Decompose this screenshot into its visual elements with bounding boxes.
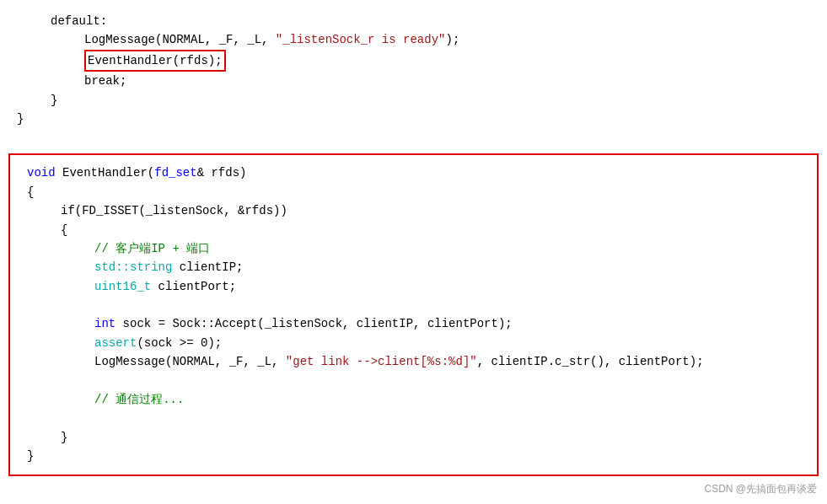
watermark: CSDN @先搞面包再谈爱 [704, 481, 817, 497]
code-text: break; [84, 72, 126, 90]
blank-line [27, 372, 800, 390]
code-text: { [61, 221, 67, 239]
code-line: assert(sock >= 0); [27, 334, 800, 352]
type-string: std::string [94, 258, 172, 276]
code-line: } [27, 428, 800, 447]
code-text: clientPort; [151, 277, 236, 296]
blank-line [27, 409, 800, 427]
code-text: if(FD_ISSET(_listenSock, &rfds)) [61, 201, 287, 220]
code-text: } [17, 110, 24, 128]
code-text: { [27, 183, 34, 201]
top-code-block: default: LogMessage(NORMAL, _F, _L, "_li… [0, 8, 827, 131]
code-text: & rfds) [197, 164, 247, 182]
blank-line [27, 296, 800, 314]
code-line: { [27, 183, 800, 201]
keyword-int: int [94, 314, 115, 333]
code-text: ); [445, 30, 459, 49]
code-text: } [27, 447, 34, 465]
code-text: } [61, 428, 67, 447]
string-literal: "_listenSock_r is ready" [276, 30, 446, 49]
keyword-void: void [27, 164, 56, 182]
fn-assert: assert [94, 334, 137, 352]
code-text: sock = Sock::Accept(_listenSock, clientI… [115, 314, 512, 333]
code-text: EventHandler(rfds); [88, 54, 223, 67]
string-literal: "get link -->client[%s:%d]" [286, 352, 477, 371]
code-line: int sock = Sock::Accept(_listenSock, cli… [27, 314, 800, 333]
function-signature: void EventHandler(fd_set& rfds) [27, 164, 800, 182]
code-text: } [51, 91, 57, 110]
keyword-fdset: fd_set [154, 164, 196, 182]
code-text: LogMessage(NORMAL, _F, _L, [84, 30, 276, 49]
highlighted-code: EventHandler(rfds); [84, 50, 226, 72]
comment: // 客户端IP + 端口 [94, 239, 210, 258]
code-line: LogMessage(NORMAL, _F, _L, "_listenSock_… [17, 30, 810, 49]
code-line-highlighted: EventHandler(rfds); [17, 50, 810, 72]
code-line: if(FD_ISSET(_listenSock, &rfds)) [27, 201, 800, 220]
code-line: break; [17, 72, 810, 90]
code-text: , clientIP.c_str(), clientPort); [477, 352, 704, 371]
code-line: { [27, 221, 800, 239]
code-text: EventHandler( [56, 164, 155, 182]
comment: // 通信过程... [94, 390, 184, 409]
code-text: default: [51, 12, 107, 30]
code-text: (sock >= 0); [137, 334, 222, 352]
separator [0, 131, 827, 145]
code-text: LogMessage(NORMAL, _F, _L, [94, 352, 286, 371]
code-line: default: [17, 12, 810, 30]
code-line: } [17, 110, 810, 128]
code-line: LogMessage(NORMAL, _F, _L, "get link -->… [27, 352, 800, 371]
code-line: } [27, 447, 800, 465]
code-line: } [17, 91, 810, 110]
code-line: uint16_t clientPort; [27, 277, 800, 296]
bottom-code-block: void EventHandler(fd_set& rfds) { if(FD_… [8, 153, 819, 475]
code-line: // 通信过程... [27, 390, 800, 409]
code-line: // 客户端IP + 端口 [27, 239, 800, 258]
code-line: std::string clientIP; [27, 258, 800, 276]
type-uint: uint16_t [94, 277, 151, 296]
code-container: default: LogMessage(NORMAL, _F, _L, "_li… [0, 0, 827, 493]
code-text: clientIP; [172, 258, 243, 276]
